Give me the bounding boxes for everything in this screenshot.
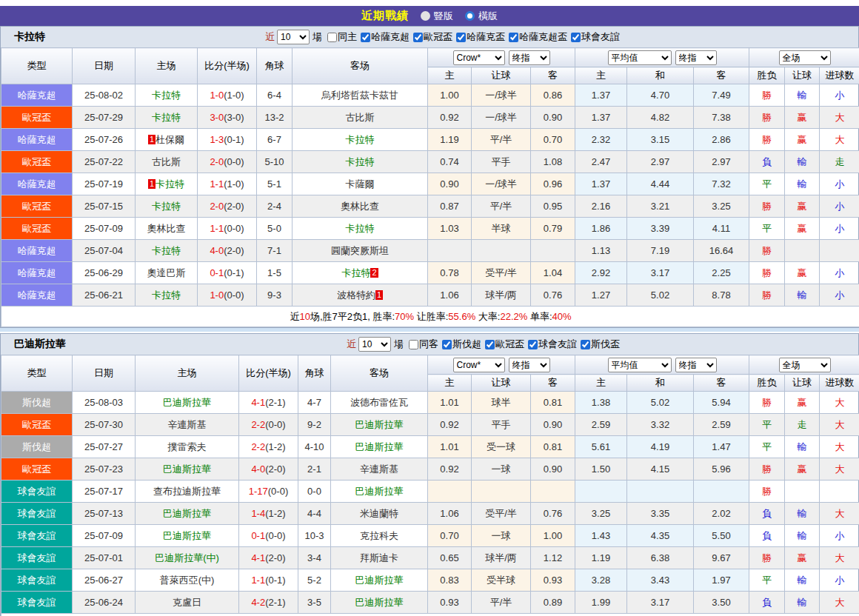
avg-draw: 4.70: [627, 84, 694, 107]
match-date: 25-07-22: [73, 151, 136, 173]
result-handicap: 赢: [785, 262, 820, 284]
fulltime-score: 0-1: [210, 267, 224, 278]
avg-draw: 3.15: [627, 129, 694, 151]
result-goals: 小: [820, 218, 859, 240]
games-label: 場: [312, 30, 322, 44]
team-name: 巴迪斯拉華: [14, 338, 66, 351]
result-handicap: 走: [785, 414, 820, 436]
away-team-cell: 奧林比查: [293, 195, 428, 218]
radio-unselected-icon[interactable]: [421, 11, 430, 21]
avg-home: 3.25: [575, 503, 627, 525]
odds-company-select[interactable]: Crow*: [453, 50, 505, 65]
home-team-cell: 1卡拉特: [136, 173, 198, 195]
avg-time-select[interactable]: 终指: [675, 358, 717, 372]
result-handicap: 輸: [785, 84, 820, 107]
result-group-header: 全场: [749, 48, 859, 67]
odds-handicap: 平/半: [472, 592, 531, 614]
result-outcome: 負: [749, 525, 785, 547]
result-handicap: 赢: [785, 107, 820, 129]
league-badge: 球會友誼: [1, 592, 73, 614]
avg-home: 2.59: [575, 414, 627, 436]
league-badge: 歐冠盃: [1, 414, 73, 436]
same-venue-checkbox[interactable]: [409, 340, 418, 349]
col-header: 主场: [136, 48, 198, 84]
layout-option-vertical[interactable]: 豎版: [421, 10, 453, 23]
odds-home: 0.92: [428, 414, 472, 436]
league-filter-checkbox[interactable]: [485, 340, 495, 349]
table-body: 哈薩克超25-08-02卡拉特1-0(1-0)6-4烏利塔哲茲卡茲甘1.00一/…: [1, 84, 859, 307]
odds-home: 0.92: [428, 107, 472, 129]
odds-time-select[interactable]: 终指: [509, 358, 550, 372]
odds-group-header: Crow*终指: [428, 48, 575, 67]
league-badge: 斯伐超: [1, 392, 73, 414]
league-filter-checkbox[interactable]: [528, 340, 538, 349]
odds-home: 0.93: [428, 592, 472, 614]
avg-type-select[interactable]: 平均值: [608, 50, 672, 65]
odds-home: 0.74: [428, 151, 472, 173]
odds-away: 0.95: [531, 195, 575, 218]
avg-home: 1.43: [575, 525, 627, 547]
scope-select[interactable]: 全场: [779, 50, 831, 65]
scope-select[interactable]: 全场: [779, 358, 831, 372]
result-outcome: 勝: [749, 107, 785, 129]
avg-home: [575, 481, 627, 503]
match-date: 25-07-17: [73, 481, 136, 503]
same-venue-checkbox[interactable]: [327, 33, 337, 42]
corner-count: 4-10: [298, 436, 331, 458]
away-team-cell: 波格特約1: [293, 284, 428, 307]
col-header: 主场: [136, 355, 239, 392]
league-filter-checkbox[interactable]: [456, 33, 466, 42]
league-filter-checkbox[interactable]: [442, 340, 452, 349]
match-date: 25-06-29: [73, 262, 136, 284]
summary-segment: 让胜率:: [414, 311, 448, 322]
odds-away: 0.90: [531, 414, 575, 436]
away-team-cell: 巴迪斯拉華: [331, 592, 428, 614]
home-team-name: 巴迪斯拉華: [163, 463, 211, 475]
scope-selects: 全场: [749, 358, 859, 372]
away-team-name: 波德布雷佐瓦: [350, 397, 408, 408]
near-label: 近: [347, 338, 356, 351]
avg-type-select[interactable]: 平均值: [608, 358, 672, 372]
odds-company-select[interactable]: Crow*: [453, 358, 505, 372]
odds-away: 1.12: [531, 547, 575, 569]
result-goals: 大: [820, 547, 859, 569]
away-team-cell: 卡拉特2: [293, 262, 428, 284]
corner-count: 7-1: [257, 240, 293, 262]
avg-time-select[interactable]: 终指: [675, 50, 717, 65]
fulltime-score: 4-1: [251, 397, 265, 408]
league-filter-checkbox[interactable]: [361, 33, 370, 42]
home-team-cell: 卡拉特: [136, 84, 198, 107]
home-team-name: 奧林比查: [147, 223, 186, 234]
odds-home: 1.00: [428, 84, 472, 107]
match-date: 25-07-29: [73, 107, 136, 129]
result-goals: 小: [820, 173, 859, 195]
league-filter-checkbox[interactable]: [509, 33, 518, 42]
match-date: 25-07-30: [73, 414, 136, 436]
league-filter-checkbox[interactable]: [413, 33, 423, 42]
odds-home: 0.92: [428, 458, 472, 481]
rounds-select[interactable]: 10: [277, 30, 310, 44]
radio-selected-icon[interactable]: [465, 11, 475, 21]
rounds-select[interactable]: 10: [358, 337, 391, 352]
odds-handicap: [472, 481, 531, 503]
match-row: 球會友誼25-07-13巴迪斯拉華1-4(1-2)4-4米迪蘭特1.06受平/半…: [1, 503, 859, 525]
away-team-cell: 巴迪斯拉華: [331, 569, 428, 592]
odds-handicap: 平手: [472, 414, 531, 436]
odds-time-select[interactable]: 终指: [509, 50, 550, 65]
sub-col-header: 进球数: [820, 67, 859, 84]
home-team-name: 杜保爾: [156, 134, 184, 145]
layout-option-vertical-label: 豎版: [434, 10, 453, 23]
league-filter-checkbox[interactable]: [571, 33, 581, 42]
avg-home: 2.92: [575, 262, 627, 284]
result-outcome: 平: [749, 173, 785, 195]
halftime-score: (3-0): [224, 112, 244, 123]
avg-home: 1.27: [575, 284, 627, 307]
corner-count: 3-5: [298, 592, 331, 614]
odds-away: 0.76: [531, 503, 575, 525]
league-filter-checkbox[interactable]: [581, 340, 590, 349]
league-filter-label: 哈薩克超盃: [519, 30, 567, 44]
result-handicap: 輸: [785, 151, 820, 173]
corner-count: 3-4: [298, 547, 331, 569]
away-team-name: 卡拉特: [346, 223, 375, 234]
layout-option-horizontal[interactable]: 橫版: [465, 10, 498, 23]
